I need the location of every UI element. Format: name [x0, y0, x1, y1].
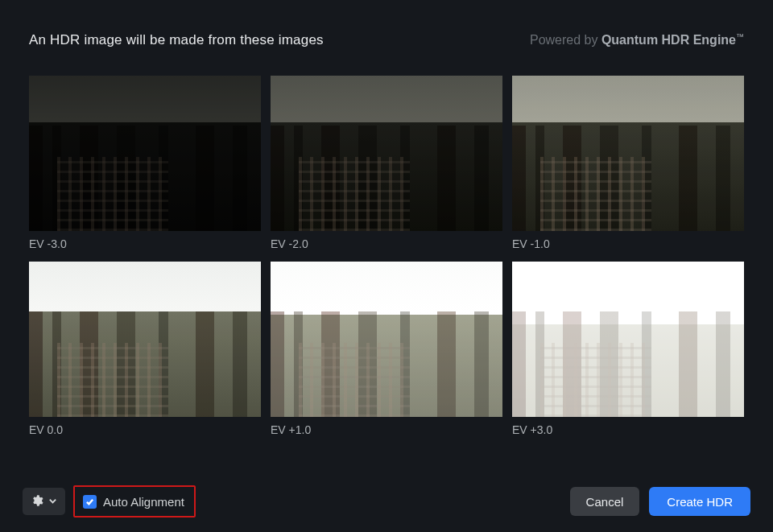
thumbnail-item[interactable]: EV 0.0: [29, 262, 261, 436]
chevron-down-icon: [48, 496, 57, 508]
ev-label: EV +3.0: [512, 423, 744, 436]
page-title: An HDR image will be made from these ima…: [29, 32, 324, 48]
thumbnail-image: [271, 262, 502, 417]
thumbnail-image: [512, 262, 744, 417]
thumbnail-image: [29, 76, 261, 231]
thumbnail-image: [512, 76, 744, 231]
thumbnail-image: [271, 76, 502, 231]
trademark-symbol: ™: [736, 32, 744, 41]
ev-label: EV -3.0: [29, 237, 261, 250]
auto-alignment-highlight: Auto Alignment: [73, 485, 196, 518]
gear-icon: [31, 494, 43, 509]
powered-prefix: Powered by: [530, 33, 601, 47]
auto-alignment-label[interactable]: Auto Alignment: [103, 495, 184, 509]
powered-by-text: Powered by Quantum HDR Engine™: [530, 32, 744, 47]
thumbnail-item[interactable]: EV +3.0: [512, 262, 744, 436]
check-icon: [85, 497, 94, 506]
auto-alignment-checkbox[interactable]: [83, 495, 97, 509]
thumbnail-item[interactable]: EV -3.0: [29, 76, 261, 250]
thumbnail-image: [29, 262, 261, 417]
create-hdr-button[interactable]: Create HDR: [649, 487, 750, 516]
settings-button[interactable]: [23, 488, 65, 515]
ev-label: EV -1.0: [512, 237, 744, 250]
cancel-button[interactable]: Cancel: [570, 487, 640, 516]
ev-label: EV 0.0: [29, 423, 261, 436]
footer-bar: Auto Alignment Cancel Create HDR: [0, 471, 773, 532]
thumbnail-item[interactable]: EV -2.0: [271, 76, 502, 250]
ev-label: EV -2.0: [271, 237, 502, 250]
thumbnail-item[interactable]: EV +1.0: [271, 262, 502, 436]
powered-brand: Quantum HDR Engine: [601, 33, 736, 47]
thumbnail-item[interactable]: EV -1.0: [512, 76, 744, 250]
thumbnail-grid: EV -3.0EV -2.0EV -1.0EV 0.0EV +1.0EV +3.…: [0, 48, 773, 436]
ev-label: EV +1.0: [271, 423, 502, 436]
